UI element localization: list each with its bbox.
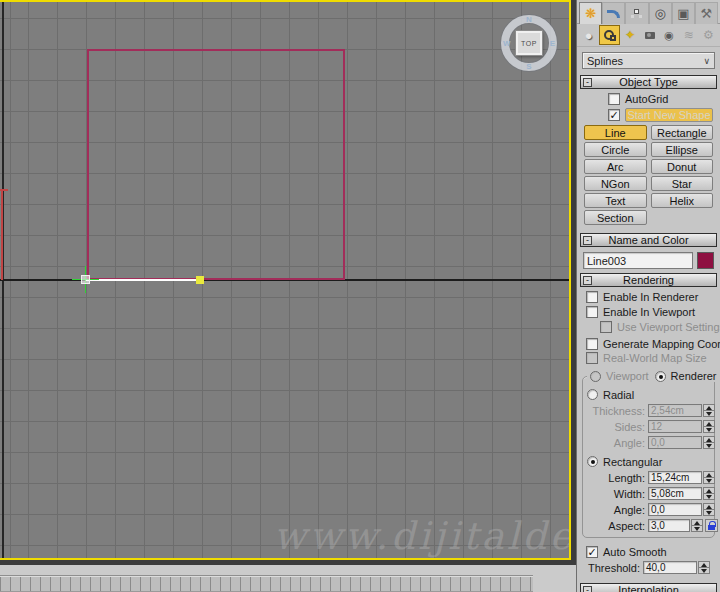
space-warps-icon: ≋ xyxy=(684,28,694,42)
command-panel: ❋ ◎ ▣ ⚒ ● ✦ ◉ xyxy=(576,0,720,592)
rendering-header[interactable]: - Rendering xyxy=(580,273,717,287)
aspect-spinner[interactable] xyxy=(691,519,703,532)
radial-angle-spinner[interactable] xyxy=(703,436,715,449)
viewport-radio[interactable]: Viewport xyxy=(587,370,652,382)
compass-east[interactable]: E xyxy=(550,39,555,48)
real-world-map-size-checkbox[interactable] xyxy=(586,352,598,364)
collapse-icon[interactable]: - xyxy=(583,276,592,285)
track-bar[interactable] xyxy=(0,575,533,592)
thickness-field[interactable]: 2,54cm xyxy=(648,404,702,417)
sides-spinner[interactable] xyxy=(703,420,715,433)
tab-modify[interactable] xyxy=(602,2,625,24)
donut-button[interactable]: Donut xyxy=(649,159,716,174)
ellipse-button[interactable]: Ellipse xyxy=(649,142,716,157)
compass-south[interactable]: S xyxy=(526,62,531,71)
rect-angle-row: Angle: 0,0 xyxy=(585,503,712,516)
rect-angle-field[interactable]: 0,0 xyxy=(648,503,702,516)
lights-icon: ✦ xyxy=(625,28,635,42)
panel-tabs: ❋ ◎ ▣ ⚒ xyxy=(577,0,720,24)
real-world-map-size-row: Real-World Map Size xyxy=(586,351,717,364)
interpolation-rollout: - Interpolation xyxy=(580,583,717,592)
start-new-shape-row: ✓ Start New Shape xyxy=(608,108,717,122)
line-button[interactable]: Line xyxy=(582,125,649,140)
auto-smooth-checkbox[interactable]: ✓ xyxy=(586,546,598,558)
length-field[interactable]: 15,24cm xyxy=(648,471,702,484)
tab-create[interactable]: ❋ xyxy=(579,2,602,24)
radial-angle-field[interactable]: 0,0 xyxy=(648,436,702,449)
tab-display[interactable]: ▣ xyxy=(672,2,695,24)
length-spinner[interactable] xyxy=(703,471,715,484)
collapse-icon[interactable]: - xyxy=(583,236,592,245)
aspect-lock-icon[interactable] xyxy=(705,519,718,532)
use-viewport-settings-row: Use Viewport Settings xyxy=(600,320,717,333)
object-type-header[interactable]: - Object Type xyxy=(580,75,717,89)
subcategory-dropdown[interactable]: Splines ∨ xyxy=(582,52,715,69)
create-icon: ❋ xyxy=(585,7,596,20)
chevron-down-icon: ∨ xyxy=(703,56,710,66)
name-color-title: Name and Color xyxy=(608,234,688,246)
start-new-shape-button[interactable]: Start New Shape xyxy=(625,108,713,122)
category-space-warps[interactable]: ≋ xyxy=(679,25,699,45)
viewcube-compass[interactable]: N S W E TOP xyxy=(501,15,557,71)
radial-radio-icon[interactable] xyxy=(587,389,598,400)
line-end-vertex[interactable] xyxy=(196,276,204,284)
generate-mapping-coords-checkbox[interactable] xyxy=(586,338,598,350)
width-field[interactable]: 5,08cm xyxy=(648,487,702,500)
enable-in-viewport-label: Enable In Viewport xyxy=(603,306,695,318)
text-button[interactable]: Text xyxy=(582,193,649,208)
top-viewport[interactable]: N S W E TOP www.dijitalde xyxy=(0,0,571,560)
width-spinner[interactable] xyxy=(703,487,715,500)
interpolation-title: Interpolation xyxy=(618,584,679,592)
enable-in-renderer-checkbox[interactable] xyxy=(586,291,598,303)
ngon-button[interactable]: NGon xyxy=(582,176,649,191)
threshold-spinner[interactable] xyxy=(698,561,710,574)
start-new-shape-checkbox[interactable]: ✓ xyxy=(608,109,620,121)
helpers-icon: ◉ xyxy=(664,29,674,42)
tab-utilities[interactable]: ⚒ xyxy=(695,2,718,24)
section-button[interactable]: Section xyxy=(582,210,649,225)
object-name-field[interactable]: Line003 xyxy=(583,252,693,269)
rectangle-spline[interactable] xyxy=(87,49,345,280)
line-spline-segment[interactable] xyxy=(85,279,199,281)
tab-motion[interactable]: ◎ xyxy=(649,2,672,24)
viewport-radio-icon[interactable] xyxy=(590,371,601,382)
object-color-swatch[interactable] xyxy=(697,252,714,269)
circle-button[interactable]: Circle xyxy=(582,142,649,157)
rectangular-label: Rectangular xyxy=(603,456,662,468)
tab-hierarchy[interactable] xyxy=(625,2,648,24)
rectangular-radio-icon[interactable] xyxy=(587,456,598,467)
thickness-spinner[interactable] xyxy=(703,404,715,417)
renderer-radio[interactable]: Renderer xyxy=(652,370,720,382)
viewcube-top-face[interactable]: TOP xyxy=(516,31,542,55)
category-lights[interactable]: ✦ xyxy=(620,25,640,45)
compass-north[interactable]: N xyxy=(526,15,532,24)
partial-shape-edge xyxy=(1,190,3,280)
sides-field[interactable]: 12 xyxy=(648,420,702,433)
rect-angle-spinner[interactable] xyxy=(703,503,715,516)
renderer-radio-icon[interactable] xyxy=(655,371,666,382)
enable-in-viewport-row: Enable In Viewport xyxy=(586,305,717,318)
use-viewport-settings-checkbox[interactable] xyxy=(600,321,612,333)
category-helpers[interactable]: ◉ xyxy=(659,25,679,45)
collapse-icon[interactable]: - xyxy=(583,78,592,87)
thickness-row: Thickness: 2,54cm xyxy=(585,404,712,417)
category-systems[interactable]: ⚙ xyxy=(698,25,718,45)
category-shapes[interactable] xyxy=(599,25,621,45)
line-start-vertex[interactable] xyxy=(81,275,90,284)
rectangle-button[interactable]: Rectangle xyxy=(649,125,716,140)
auto-smooth-label: Auto Smooth xyxy=(603,546,667,558)
autogrid-checkbox[interactable] xyxy=(608,93,620,105)
aspect-field[interactable]: 3,0 xyxy=(648,519,690,532)
threshold-field[interactable]: 40,0 xyxy=(643,561,697,574)
interpolation-header[interactable]: - Interpolation xyxy=(580,583,717,592)
object-type-title: Object Type xyxy=(619,76,678,88)
category-cameras[interactable] xyxy=(640,25,660,45)
category-geometry[interactable]: ● xyxy=(579,25,599,45)
name-color-header[interactable]: - Name and Color xyxy=(580,233,717,247)
arc-button[interactable]: Arc xyxy=(582,159,649,174)
collapse-icon[interactable]: - xyxy=(583,586,592,592)
helix-button[interactable]: Helix xyxy=(649,193,716,208)
star-button[interactable]: Star xyxy=(649,176,716,191)
enable-in-viewport-checkbox[interactable] xyxy=(586,306,598,318)
compass-west[interactable]: W xyxy=(503,39,511,48)
